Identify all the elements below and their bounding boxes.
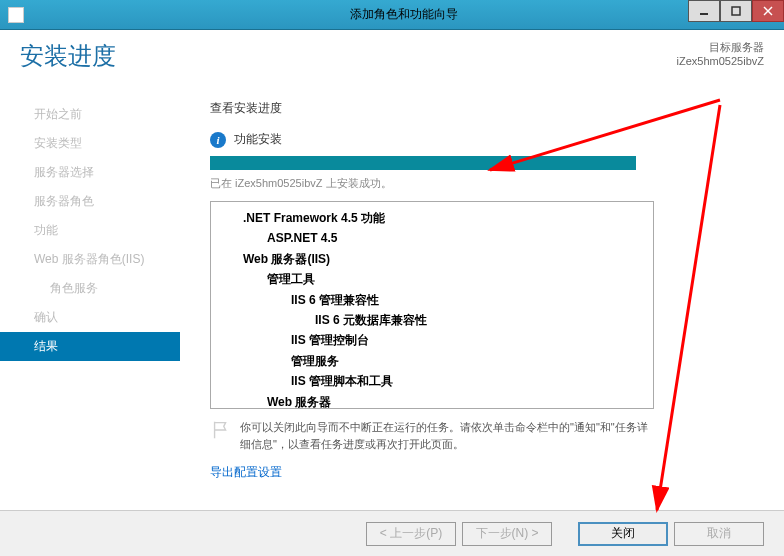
prev-button: < 上一步(P) xyxy=(366,522,456,546)
progress-bar xyxy=(210,156,636,170)
feature-list[interactable]: .NET Framework 4.5 功能 ASP.NET 4.5 Web 服务… xyxy=(210,201,654,409)
svg-rect-0 xyxy=(700,13,708,15)
sidebar-item-server-roles: 服务器角色 xyxy=(0,187,180,216)
button-bar: < 上一步(P) 下一步(N) > 关闭 取消 xyxy=(0,510,784,556)
feature-item: ASP.NET 4.5 xyxy=(267,231,337,245)
info-text: 功能安装 xyxy=(234,131,282,148)
close-button[interactable]: 关闭 xyxy=(578,522,668,546)
sidebar-item-before-begin: 开始之前 xyxy=(0,100,180,129)
sidebar-item-install-type: 安装类型 xyxy=(0,129,180,158)
svg-rect-1 xyxy=(732,7,740,15)
next-button: 下一步(N) > xyxy=(462,522,552,546)
feature-item: Web 服务器(IIS) xyxy=(243,252,330,266)
feature-item: IIS 6 管理兼容性 xyxy=(291,293,379,307)
feature-item: IIS 6 元数据库兼容性 xyxy=(315,313,427,327)
info-icon: i xyxy=(210,132,226,148)
titlebar: 添加角色和功能向导 xyxy=(0,0,784,30)
window-controls xyxy=(688,0,784,22)
minimize-button[interactable] xyxy=(688,0,720,22)
app-icon xyxy=(8,7,24,23)
sidebar-item-results: 结果 xyxy=(0,332,180,361)
progress-status: 已在 iZex5hm0525ibvZ 上安装成功。 xyxy=(210,176,764,191)
sidebar: 开始之前 安装类型 服务器选择 服务器角色 功能 Web 服务器角色(IIS) … xyxy=(0,30,180,510)
sidebar-item-web-iis: Web 服务器角色(IIS) xyxy=(0,245,180,274)
section-label: 查看安装进度 xyxy=(210,100,764,117)
feature-item: .NET Framework 4.5 功能 xyxy=(243,211,385,225)
sidebar-item-role-services: 角色服务 xyxy=(0,274,180,303)
info-row: i 功能安装 xyxy=(210,131,764,148)
close-window-button[interactable] xyxy=(752,0,784,22)
window-title: 添加角色和功能向导 xyxy=(24,6,784,23)
export-config-link[interactable]: 导出配置设置 xyxy=(210,464,282,481)
feature-item: 管理工具 xyxy=(267,272,315,286)
feature-item: IIS 管理脚本和工具 xyxy=(291,374,393,388)
feature-item: Web 服务器 xyxy=(267,395,331,409)
page-title: 安装进度 xyxy=(20,40,116,72)
sidebar-item-server-select: 服务器选择 xyxy=(0,158,180,187)
feature-item: IIS 管理控制台 xyxy=(291,333,369,347)
hint-row: 你可以关闭此向导而不中断正在运行的任务。请依次单击命令栏中的"通知"和"任务详细… xyxy=(210,419,654,452)
sidebar-item-features: 功能 xyxy=(0,216,180,245)
content: 开始之前 安装类型 服务器选择 服务器角色 功能 Web 服务器角色(IIS) … xyxy=(0,30,784,510)
hint-text: 你可以关闭此向导而不中断正在运行的任务。请依次单击命令栏中的"通知"和"任务详细… xyxy=(240,419,654,452)
cancel-button: 取消 xyxy=(674,522,764,546)
main-panel: 查看安装进度 i 功能安装 已在 iZex5hm0525ibvZ 上安装成功。 … xyxy=(180,30,784,510)
maximize-button[interactable] xyxy=(720,0,752,22)
feature-item: 管理服务 xyxy=(291,354,339,368)
sidebar-item-confirm: 确认 xyxy=(0,303,180,332)
flag-icon xyxy=(210,419,232,441)
